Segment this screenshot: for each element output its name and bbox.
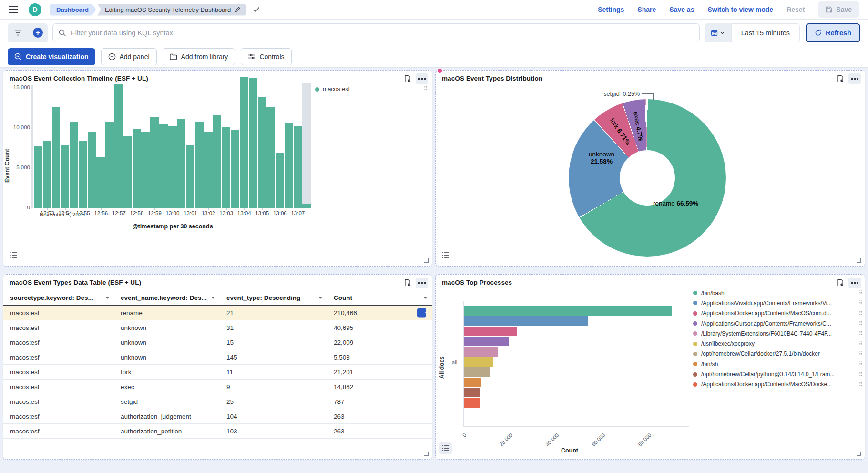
barh-bar[interactable] [464, 398, 480, 408]
timeline-bar[interactable] [79, 141, 87, 208]
edit-visualization-icon[interactable] [834, 73, 847, 84]
timeline-bar[interactable] [52, 107, 61, 208]
timeline-bar[interactable] [285, 123, 293, 208]
table-row[interactable]: macos:esfsetgid25787 [3, 394, 432, 409]
kql-query-bar[interactable] [52, 23, 700, 42]
barh-bar[interactable] [464, 316, 588, 326]
timeline-bar[interactable] [34, 146, 42, 208]
create-visualization-button[interactable]: Create visualization [8, 48, 95, 65]
timeline-bar[interactable] [258, 97, 266, 208]
legend-item[interactable]: /opt/homebrew/Cellar/docker/27.5.1/bin/d… [693, 349, 863, 359]
edit-visualization-icon[interactable] [834, 278, 847, 288]
timeline-bar[interactable] [213, 115, 222, 208]
timeline-bar[interactable] [150, 117, 159, 208]
add-filter-button[interactable]: + [28, 23, 48, 42]
timeline-bar[interactable] [70, 122, 78, 208]
barh-bar[interactable] [464, 306, 672, 316]
legend-actions-icon[interactable]: ⠿ [859, 351, 863, 357]
table-row[interactable]: macos:esfunknown1522,009 [3, 335, 432, 350]
expand-cell-button[interactable] [417, 308, 426, 318]
legend-item[interactable]: /usr/libexec/xpcproxy⠿ [693, 339, 863, 349]
panel-resize-handle[interactable] [424, 258, 429, 263]
edit-visualization-icon[interactable] [401, 73, 414, 84]
barh-bar[interactable] [464, 327, 517, 336]
timeline-bar[interactable] [96, 157, 105, 208]
panel-resize-handle[interactable] [857, 452, 861, 456]
settings-link[interactable]: Settings [598, 6, 624, 13]
panel-options-icon[interactable] [848, 73, 861, 84]
legend-actions-icon[interactable]: ⠿ [859, 300, 863, 306]
controls-button[interactable]: Controls [241, 48, 291, 65]
timeline-bar[interactable] [240, 77, 248, 208]
table-column-header[interactable]: Count [327, 294, 432, 301]
barh-bar[interactable] [464, 357, 493, 367]
reset-link[interactable]: Reset [786, 6, 805, 13]
refresh-button[interactable]: Refresh [806, 23, 860, 42]
legend-actions-icon[interactable]: ⠿ [424, 86, 428, 91]
panel-resize-handle[interactable] [424, 452, 429, 456]
switch-to-view-mode-link[interactable]: Switch to view mode [707, 6, 773, 13]
legend-actions-icon[interactable]: ⠿ [859, 341, 863, 347]
panel-options-icon[interactable] [848, 278, 861, 288]
table-column-header[interactable]: event_name.keyword: Des... [114, 294, 220, 301]
table-row[interactable]: macos:esfexec914,862 [3, 380, 432, 394]
table-column-header[interactable]: event_type: Descending [220, 294, 327, 301]
legend-actions-icon[interactable]: ⠿ [859, 331, 863, 336]
barh-bar[interactable] [464, 367, 490, 377]
legend-item[interactable]: /Applications/Cursor.app/Contents/Framew… [693, 319, 863, 329]
panel-resize-handle[interactable] [857, 258, 861, 263]
timeline-bar[interactable] [168, 126, 177, 208]
panel-options-icon[interactable] [416, 73, 428, 84]
table-column-header[interactable]: sourcetype.keyword: Des... [3, 294, 114, 301]
menu-icon[interactable] [9, 6, 18, 13]
legend-toggle-icon[interactable] [439, 249, 452, 261]
timeline-bar[interactable] [105, 122, 114, 208]
legend-actions-icon[interactable]: ⠿ [859, 372, 863, 377]
kql-search-input[interactable] [71, 29, 694, 37]
barh-bar[interactable] [464, 378, 481, 387]
save-as-link[interactable]: Save as [669, 6, 694, 13]
timeline-bar[interactable] [266, 107, 275, 208]
timeline-bar[interactable] [141, 132, 150, 208]
timeline-bar[interactable] [88, 132, 96, 208]
legend-actions-icon[interactable]: ⠿ [859, 382, 863, 387]
timeline-bar[interactable] [43, 141, 51, 208]
table-row[interactable]: macos:esfauthorization_petition103263 [3, 424, 432, 439]
save-button[interactable]: Save [818, 1, 859, 18]
filter-menu-button[interactable] [8, 23, 28, 42]
timeline-bar[interactable] [159, 124, 168, 208]
timeline-bar[interactable] [61, 145, 69, 208]
table-row[interactable]: macos:esfunknown3140,695 [3, 320, 432, 335]
legend-actions-icon[interactable]: ⠿ [859, 311, 863, 316]
legend-actions-icon[interactable]: ⠿ [859, 321, 863, 326]
legend-item[interactable]: /opt/homebrew/Cellar/python@3.14/3.14.0_… [693, 369, 863, 379]
timeline-bar[interactable] [177, 119, 186, 208]
timeline-bar[interactable] [204, 132, 213, 208]
timeline-bar[interactable] [195, 122, 204, 208]
add-from-library-button[interactable]: Add from library [163, 48, 235, 65]
timeline-bar[interactable] [294, 126, 302, 208]
timeline-bar[interactable] [133, 129, 141, 208]
add-panel-button[interactable]: Add panel [101, 48, 157, 65]
breadcrumb-current[interactable]: Editing macOS Security Telemetry Dashboa… [97, 4, 246, 16]
timeline-bar[interactable] [249, 78, 257, 208]
table-row[interactable]: macos:esfauthorization_judgement104263 [3, 409, 432, 424]
table-row[interactable]: macos:esfrename21210,466 [3, 306, 432, 320]
legend-item[interactable]: /Library/SystemExtensions/F6010B4C-7440-… [693, 329, 863, 339]
barh-bar[interactable] [464, 347, 498, 357]
timeline-bar[interactable] [302, 204, 311, 208]
donut-chart[interactable] [569, 99, 726, 257]
barh-bar[interactable] [464, 337, 509, 346]
timeline-bar[interactable] [114, 84, 123, 208]
time-range-display[interactable]: Last 15 minutes [731, 23, 800, 42]
legend-item[interactable]: /bin/sh⠿ [693, 359, 863, 369]
timeline-bar[interactable] [123, 136, 132, 208]
panel-options-icon[interactable] [416, 278, 428, 288]
edit-visualization-icon[interactable] [401, 278, 414, 288]
timeline-bar[interactable] [222, 127, 230, 208]
table-row[interactable]: macos:esfunknown1455,503 [3, 350, 432, 365]
barh-bar[interactable] [464, 388, 480, 397]
timeline-legend-item[interactable]: macos:esf [315, 86, 350, 93]
legend-actions-icon[interactable]: ⠿ [859, 290, 863, 296]
legend-item[interactable]: /bin/bash⠿ [693, 288, 863, 298]
